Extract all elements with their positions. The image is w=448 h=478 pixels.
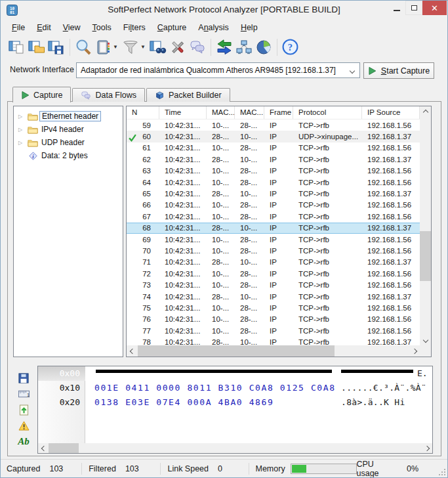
column-header[interactable]: N	[127, 106, 159, 119]
warning-button[interactable]	[18, 420, 30, 431]
tab-capture[interactable]: Capture	[12, 87, 71, 102]
open-capture-button[interactable]	[27, 38, 47, 56]
svg-text:1: 1	[27, 393, 30, 397]
scroll-down-button[interactable]	[420, 334, 431, 345]
table-row[interactable]: 6210:42:31...28-...10-...IPTCP->rfb192.1…	[127, 154, 420, 165]
column-header[interactable]: MAC...	[235, 106, 264, 119]
table-row[interactable]: 7310:42:31...10-...28-...IPTCP->rfb192.1…	[127, 279, 420, 290]
font-button[interactable]: Ab	[18, 435, 30, 447]
find-packets-button[interactable]	[148, 38, 168, 56]
table-row[interactable]: 6310:42:31...10-...28-...IPTCP->rfb192.1…	[127, 165, 420, 177]
cell-mac-src: 28-...	[235, 179, 264, 186]
traffic-arrows-button[interactable]	[214, 38, 234, 56]
network-nodes-button[interactable]	[234, 38, 254, 56]
column-header[interactable]: MAC...	[207, 106, 235, 119]
save-dump-button[interactable]	[18, 372, 30, 384]
resize-grip[interactable]	[438, 467, 445, 475]
column-header[interactable]: Time	[159, 106, 207, 119]
filter-dropdown-icon[interactable]: ▼	[140, 44, 146, 50]
scroll-right-button[interactable]	[409, 345, 420, 357]
table-row[interactable]: 6910:42:31...10-...28-...IPTCP->rfb192.1…	[127, 234, 420, 245]
scroll-right-button[interactable]	[421, 443, 432, 453]
interface-bar: Network Interface Adaptador de red inalá…	[1, 59, 447, 82]
tree-item-ethernet-header[interactable]: ▷ Ethernet header	[14, 110, 123, 123]
network-interface-select[interactable]: Adaptador de red inalámbrica Qualcomm At…	[76, 62, 360, 78]
menu-item-help[interactable]: Help	[235, 22, 264, 33]
table-row[interactable]: 6110:42:31...10-...28-...IPTCP->rfb192.1…	[127, 142, 420, 154]
scroll-left-button[interactable]	[38, 443, 49, 453]
settings-button[interactable]	[168, 38, 188, 56]
new-capture-button[interactable]	[7, 38, 27, 56]
tree-label[interactable]: Data: 2 bytes	[39, 151, 90, 160]
column-header[interactable]: Frame	[264, 106, 293, 119]
table-row[interactable]: 7510:42:31...10-...28-...IPTCP->rfb192.1…	[127, 302, 420, 313]
maximize-button[interactable]	[405, 1, 422, 15]
tree-item-data[interactable]: i Data: 2 bytes	[14, 149, 123, 162]
table-row[interactable]: 6710:42:31...10-...28-...IPTCP->rfb192.1…	[127, 211, 420, 222]
horizontal-scroll-thumb[interactable]	[138, 345, 335, 357]
column-header[interactable]: Protocol	[293, 106, 362, 119]
start-capture-button[interactable]: Start Capture	[363, 62, 434, 79]
table-row[interactable]: 6510:42:31...28-...10-...IPTCP->rfb192.1…	[127, 188, 420, 199]
address-book-dropdown-icon[interactable]: ▼	[113, 44, 118, 50]
tree-item-ipv4-header[interactable]: ▷ IPv4 header	[14, 123, 123, 136]
pie-chart-button[interactable]	[254, 38, 274, 56]
tab-data-flows[interactable]: Data Flows	[72, 88, 145, 102]
expander-icon[interactable]: ▷	[18, 127, 26, 133]
expander-icon[interactable]: ▷	[18, 114, 26, 120]
table-row[interactable]: 7210:42:31...10-...28-...IPTCP->rfb192.1…	[127, 268, 420, 279]
table-row[interactable]: 6010:42:31...28-...10-...IPUDP->xinupage…	[127, 131, 420, 142]
menu-item-capture[interactable]: Capture	[152, 22, 192, 33]
table-row[interactable]: 6810:42:31...28-...10-...IPTCP->rfb192.1…	[127, 223, 420, 234]
column-header[interactable]: IP Source	[362, 106, 420, 119]
cell-n: 59	[127, 121, 159, 129]
tree-label[interactable]: IPv4 header	[39, 125, 86, 134]
table-row[interactable]: 5910:42:31...10-...28-...IPTCP->rfb192.1…	[127, 120, 420, 131]
tree-label[interactable]: UDP header	[39, 138, 87, 147]
menu-item-tools[interactable]: Tools	[87, 22, 117, 33]
table-row[interactable]: 7010:42:31...10-...28-...IPTCP->rfb192.1…	[127, 245, 420, 256]
tree-item-udp-header[interactable]: ▷ UDP header	[14, 136, 123, 149]
scroll-up-button[interactable]	[420, 106, 431, 118]
menu-item-file[interactable]: File	[6, 22, 31, 33]
ruler-icon: 1	[18, 389, 30, 399]
minimize-icon	[394, 10, 400, 11]
cell-ip-source: 192.168.1.37	[362, 338, 420, 345]
close-button[interactable]: ✕	[422, 1, 447, 15]
hex-editor[interactable]: 0x00 E. 0x10 001E 0411 0000 8011 B310 C0…	[37, 366, 433, 454]
tab-packet-builder[interactable]: Packet Builder	[146, 88, 230, 102]
menu-item-analysis[interactable]: Analysis	[192, 22, 235, 33]
vertical-scroll-thumb[interactable]	[420, 231, 431, 281]
table-row[interactable]: 7810:42:31...28-...10-...IPTCP->rfb192.1…	[127, 336, 420, 345]
menu-item-edit[interactable]: Edit	[31, 22, 57, 33]
table-row[interactable]: 7710:42:31...10-...28-...IPTCP->rfb192.1…	[127, 325, 420, 336]
expander-icon[interactable]: ▷	[18, 140, 26, 146]
tree-label[interactable]: Ethernet header	[39, 111, 101, 121]
menu-item-filters[interactable]: Filters	[117, 22, 152, 33]
hex-scroll-thumb[interactable]	[49, 443, 79, 453]
table-row[interactable]: 7410:42:31...28-...10-...IPTCP->rfb192.1…	[127, 291, 420, 302]
search-button[interactable]	[73, 38, 93, 56]
cell-time: 10:42:31...	[159, 293, 207, 301]
filter-button[interactable]	[121, 38, 140, 56]
minimize-button[interactable]	[388, 1, 405, 15]
hex-horizontal-scrollbar[interactable]	[38, 443, 432, 453]
table-row[interactable]: 6410:42:31...10-...28-...IPTCP->rfb192.1…	[127, 177, 420, 188]
address-book-button[interactable]	[93, 38, 113, 56]
table-row[interactable]: 7110:42:31...28-...10-...IPTCP->rfb192.1…	[127, 257, 420, 268]
horizontal-scrollbar[interactable]	[127, 345, 420, 357]
hex-bytes: 001E 0411 0000 8011 B310 C0A8 0125 C0A8	[94, 383, 336, 393]
hex-row: 0x10 001E 0411 0000 8011 B310 C0A8 0125 …	[38, 381, 432, 395]
table-row[interactable]: 7610:42:31...10-...28-...IPTCP->rfb192.1…	[127, 314, 420, 325]
menu-item-view[interactable]: View	[57, 22, 87, 33]
help-button[interactable]: ?	[281, 38, 300, 56]
save-capture-button[interactable]	[47, 38, 66, 56]
data-flows-button[interactable]	[188, 38, 207, 56]
ruler-button[interactable]: 1	[18, 388, 30, 400]
table-row[interactable]: 6610:42:31...10-...28-...IPTCP->rfb192.1…	[127, 200, 420, 211]
address-book-icon	[95, 39, 111, 55]
font-icon: Ab	[18, 436, 30, 447]
vertical-scrollbar[interactable]	[420, 106, 431, 345]
scroll-left-button[interactable]	[127, 345, 138, 357]
export-button[interactable]	[18, 404, 30, 416]
